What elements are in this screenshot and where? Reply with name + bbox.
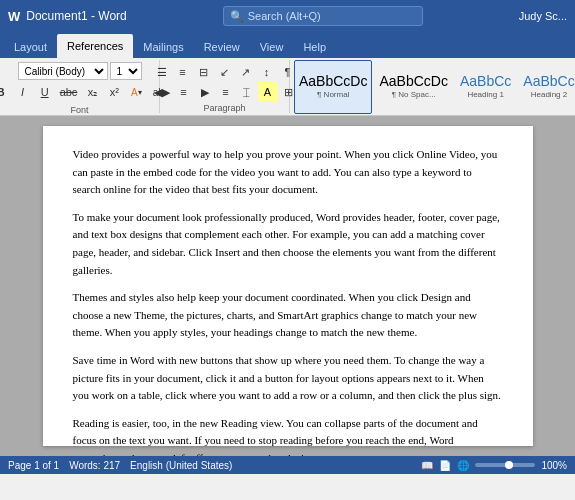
subscript-button[interactable]: x₂ xyxy=(82,82,102,102)
document-area: Video provides a powerful way to help yo… xyxy=(0,116,575,456)
sort-button[interactable]: ↕ xyxy=(257,62,277,82)
heading2-style-preview: AaBbCc xyxy=(523,74,574,88)
view-mode-print[interactable]: 📄 xyxy=(439,460,451,471)
font-size-select[interactable]: 11 xyxy=(110,62,142,80)
paragraph-4: Save time in Word with new buttons that … xyxy=(73,352,503,405)
bold-button[interactable]: B xyxy=(0,82,11,102)
font-row-1: Calibri (Body) 11 xyxy=(18,62,142,80)
tab-references[interactable]: References xyxy=(57,34,133,58)
align-right-button[interactable]: ▶ xyxy=(195,82,215,102)
heading1-style-label: Heading 1 xyxy=(467,90,503,99)
ribbon: Calibri (Body) 11 B I U abc x₂ x² A▾ ab … xyxy=(0,58,575,116)
decrease-indent-button[interactable]: ↙ xyxy=(215,62,235,82)
style-no-spacing-button[interactable]: AaBbCcDc ¶ No Spac... xyxy=(374,60,452,114)
tab-review[interactable]: Review xyxy=(194,36,250,58)
no-spacing-style-label: ¶ No Spac... xyxy=(392,90,436,99)
tab-bar: Layout References Mailings Review View H… xyxy=(0,32,575,58)
font-row-2: B I U abc x₂ x² A▾ ab xyxy=(0,82,168,102)
paragraph-buttons-row1: ☰ ≡ ⊟ ↙ ↗ ↕ ¶ xyxy=(152,62,298,82)
paragraph-5: Reading is easier, too, in the new Readi… xyxy=(73,415,503,456)
status-right: 📖 📄 🌐 100% xyxy=(421,460,567,471)
paragraph-group: ☰ ≡ ⊟ ↙ ↗ ↕ ¶ ◀▶ ≡ ▶ ≡ ⌶ A ⊞ Paragraph xyxy=(160,60,290,113)
styles-group: AaBbCcDc ¶ Normal AaBbCcDc ¶ No Spac... … xyxy=(290,60,575,113)
style-normal-button[interactable]: AaBbCcDc ¶ Normal xyxy=(294,60,372,114)
italic-button[interactable]: I xyxy=(13,82,33,102)
shading-button[interactable]: A xyxy=(258,82,278,102)
superscript-button[interactable]: x² xyxy=(104,82,124,102)
document-page[interactable]: Video provides a powerful way to help yo… xyxy=(43,126,533,446)
no-spacing-style-preview: AaBbCcDc xyxy=(379,74,447,88)
paragraph-group-label: Paragraph xyxy=(203,103,245,113)
zoom-level: 100% xyxy=(541,460,567,471)
tab-help[interactable]: Help xyxy=(293,36,336,58)
normal-style-label: ¶ Normal xyxy=(317,90,349,99)
normal-style-preview: AaBbCcDc xyxy=(299,74,367,88)
doc-title: Document1 - Word xyxy=(26,9,126,23)
search-box[interactable]: 🔍 Search (Alt+Q) xyxy=(223,6,423,26)
justify-button[interactable]: ≡ xyxy=(216,82,236,102)
align-left-button[interactable]: ◀▶ xyxy=(151,82,173,102)
font-color-button[interactable]: A▾ xyxy=(126,82,146,102)
style-heading2-button[interactable]: AaBbCc Heading 2 xyxy=(518,60,575,114)
numbering-button[interactable]: ≡ xyxy=(173,62,193,82)
search-icon: 🔍 xyxy=(230,10,244,23)
zoom-slider[interactable] xyxy=(475,463,535,467)
tab-layout[interactable]: Layout xyxy=(4,36,57,58)
view-mode-web[interactable]: 🌐 xyxy=(457,460,469,471)
title-bar-left: W Document1 - Word xyxy=(8,9,127,24)
word-icon: W xyxy=(8,9,20,24)
multilevel-button[interactable]: ⊟ xyxy=(194,62,214,82)
heading1-style-preview: AaBbCc xyxy=(460,74,511,88)
paragraph-buttons-row2: ◀▶ ≡ ▶ ≡ ⌶ A ⊞ xyxy=(151,82,299,102)
view-mode-read[interactable]: 📖 xyxy=(421,460,433,471)
font-family-select[interactable]: Calibri (Body) xyxy=(18,62,108,80)
page-indicator: Page 1 of 1 xyxy=(8,460,59,471)
paragraph-1: Video provides a powerful way to help yo… xyxy=(73,146,503,199)
font-group-label: Font xyxy=(70,105,88,115)
increase-indent-button[interactable]: ↗ xyxy=(236,62,256,82)
status-bar: Page 1 of 1 Words: 217 English (United S… xyxy=(0,456,575,474)
tab-mailings[interactable]: Mailings xyxy=(133,36,193,58)
zoom-thumb xyxy=(505,461,513,469)
language-indicator: English (United States) xyxy=(130,460,232,471)
heading2-style-label: Heading 2 xyxy=(531,90,567,99)
strikethrough-button[interactable]: abc xyxy=(57,82,81,102)
bullets-button[interactable]: ☰ xyxy=(152,62,172,82)
title-bar: W Document1 - Word 🔍 Search (Alt+Q) Judy… xyxy=(0,0,575,32)
paragraph-2: To make your document look professionall… xyxy=(73,209,503,279)
font-group: Calibri (Body) 11 B I U abc x₂ x² A▾ ab … xyxy=(0,60,160,113)
paragraph-3: Themes and styles also help keep your do… xyxy=(73,289,503,342)
word-count: Words: 217 xyxy=(69,460,120,471)
title-bar-center: 🔍 Search (Alt+Q) xyxy=(127,6,519,26)
user-name: Judy Sc... xyxy=(519,10,567,22)
tab-view[interactable]: View xyxy=(250,36,294,58)
search-placeholder: Search (Alt+Q) xyxy=(248,10,321,22)
align-center-button[interactable]: ≡ xyxy=(174,82,194,102)
style-heading1-button[interactable]: AaBbCc Heading 1 xyxy=(455,60,516,114)
line-spacing-button[interactable]: ⌶ xyxy=(237,82,257,102)
underline-button[interactable]: U xyxy=(35,82,55,102)
